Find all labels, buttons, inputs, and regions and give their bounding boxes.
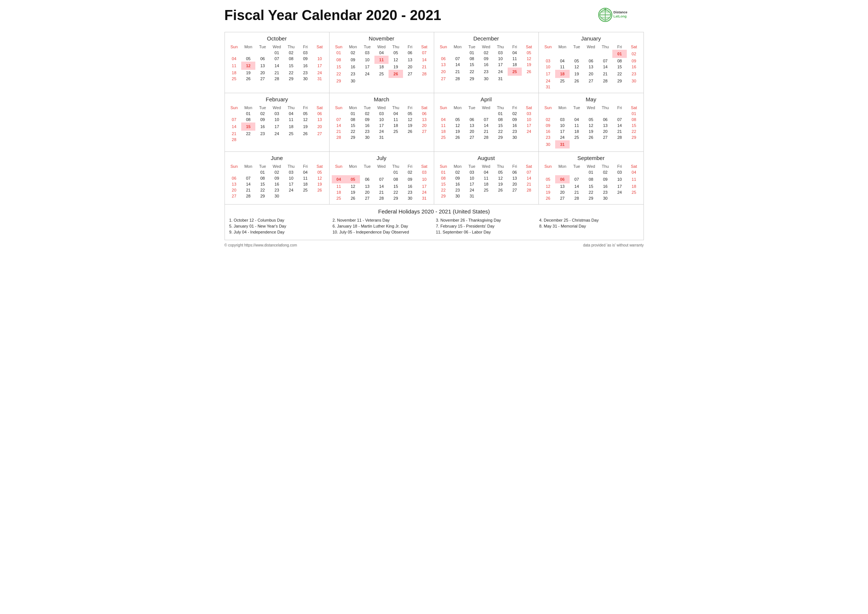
calendar-day: 12 bbox=[522, 56, 536, 62]
calendar-day: 11 bbox=[332, 183, 346, 189]
calendar-day: 24 bbox=[555, 134, 570, 140]
calendar-day: 02 bbox=[270, 169, 284, 175]
calendar-day bbox=[346, 169, 360, 175]
calendar-day: 18 bbox=[374, 64, 389, 70]
calendar-day: 04 bbox=[555, 58, 570, 64]
calendar-day: 13 bbox=[417, 116, 431, 122]
calendar-day: 26 bbox=[451, 134, 465, 140]
month-name: August bbox=[436, 155, 536, 161]
month-name: March bbox=[332, 96, 432, 102]
holiday-item: 7. February 15 - Presidents' Day bbox=[436, 223, 536, 229]
calendar-day: 13 bbox=[508, 175, 522, 181]
calendar-day: 22 bbox=[627, 129, 641, 134]
calendar-day bbox=[465, 111, 479, 116]
calendar-day bbox=[541, 169, 555, 175]
holiday-item bbox=[436, 236, 536, 236]
calendar-day: 08 bbox=[389, 175, 403, 183]
calendar-day bbox=[555, 111, 570, 116]
calendar-day: 15 bbox=[465, 62, 479, 68]
calendar-day: 22 bbox=[332, 70, 346, 78]
calendar-day: 08 bbox=[612, 58, 627, 64]
calendar-day: 30 bbox=[298, 76, 313, 82]
calendar-day: 16 bbox=[598, 183, 613, 189]
calendar-day: 16 bbox=[298, 62, 313, 70]
calendar-day: 02 bbox=[627, 50, 641, 58]
calendar-day: 25 bbox=[298, 187, 313, 193]
calendar-day: 12 bbox=[346, 183, 360, 189]
calendar-day: 08 bbox=[627, 116, 641, 122]
calendar-day: 17 bbox=[555, 129, 570, 134]
calendar-day: 06 bbox=[255, 56, 270, 62]
day-header: Fri bbox=[298, 163, 313, 169]
holiday-item: 5. January 01 - New Year's Day bbox=[229, 223, 329, 229]
calendar-day: 13 bbox=[360, 183, 374, 189]
calendar-day: 14 bbox=[570, 183, 584, 189]
calendar-day: 01 bbox=[436, 169, 451, 175]
calendar-day: 23 bbox=[270, 187, 284, 193]
calendar-day: 05 bbox=[570, 58, 584, 64]
day-header: Wed bbox=[270, 105, 284, 111]
calendar-table: SunMonTueWedThuFriSat0102030405060708091… bbox=[541, 163, 641, 201]
holidays-section: Federal Holidays 2020 - 2021 (United Sta… bbox=[225, 205, 644, 240]
calendar-day: 25 bbox=[479, 187, 493, 193]
calendar-day: 18 bbox=[570, 129, 584, 134]
calendar-day: 16 bbox=[479, 62, 493, 68]
calendar-day: 22 bbox=[284, 70, 298, 76]
calendar-day: 22 bbox=[241, 131, 255, 136]
calendar-day bbox=[541, 111, 555, 116]
calendar-day bbox=[598, 84, 613, 90]
day-header: Sun bbox=[436, 44, 451, 50]
calendar-day: 19 bbox=[570, 70, 584, 78]
calendar-day: 24 bbox=[612, 189, 627, 195]
calendar-day: 18 bbox=[555, 70, 570, 78]
calendar-day bbox=[479, 193, 493, 199]
calendar-day: 25 bbox=[436, 134, 451, 140]
holiday-item: 1. October 12 - Columbus Day bbox=[229, 217, 329, 223]
day-header: Sun bbox=[436, 105, 451, 111]
calendar-day: 28 bbox=[374, 195, 389, 201]
calendar-table: SunMonTueWedThuFriSat0102030405060708091… bbox=[436, 44, 536, 82]
calendar-table: SunMonTueWedThuFriSat0102030405060708091… bbox=[227, 163, 327, 199]
calendar-day: 31 bbox=[541, 84, 555, 90]
calendar-day: 24 bbox=[522, 129, 536, 134]
calendar-day bbox=[479, 111, 493, 116]
calendar-day: 23 bbox=[479, 68, 493, 76]
month-name: June bbox=[227, 155, 327, 161]
day-header: Wed bbox=[584, 163, 598, 169]
day-header: Sun bbox=[227, 105, 241, 111]
calendar-day: 26 bbox=[403, 129, 417, 134]
calendar-day: 15 bbox=[241, 122, 255, 131]
calendar-day bbox=[417, 134, 431, 140]
calendar-day bbox=[612, 195, 627, 201]
calendar-day: 20 bbox=[417, 122, 431, 129]
calendar-day: 26 bbox=[298, 131, 313, 136]
calendar-day: 04 bbox=[374, 50, 389, 56]
calendar-day: 14 bbox=[451, 62, 465, 68]
calendar-day: 11 bbox=[508, 56, 522, 62]
month-name: July bbox=[332, 155, 432, 161]
calendar-day: 21 bbox=[241, 187, 255, 193]
calendar-day: 10 bbox=[417, 175, 431, 183]
calendar-day: 02 bbox=[541, 116, 555, 122]
calendar-day: 13 bbox=[313, 116, 327, 122]
calendar-day: 10 bbox=[284, 175, 298, 181]
calendar-day bbox=[570, 50, 584, 58]
calendar-day: 20 bbox=[436, 68, 451, 76]
calendar-day: 28 bbox=[270, 76, 284, 82]
calendar-day bbox=[360, 169, 374, 175]
calendar-day: 24 bbox=[313, 70, 327, 76]
calendar-day: 28 bbox=[241, 193, 255, 199]
day-header: Tue bbox=[465, 105, 479, 111]
calendar-day: 24 bbox=[374, 129, 389, 134]
calendar-day: 12 bbox=[541, 183, 555, 189]
holiday-item: 10. July 05 - Independence Day Observed bbox=[333, 229, 432, 235]
calendar-day: 17 bbox=[360, 64, 374, 70]
calendar-day bbox=[570, 169, 584, 175]
calendar-day bbox=[584, 140, 598, 149]
calendar-day: 05 bbox=[451, 116, 465, 122]
calendar-day: 23 bbox=[360, 129, 374, 134]
calendar-day bbox=[570, 111, 584, 116]
calendar-day: 23 bbox=[298, 70, 313, 76]
calendar-day: 06 bbox=[436, 56, 451, 62]
month-name: November bbox=[332, 35, 432, 42]
